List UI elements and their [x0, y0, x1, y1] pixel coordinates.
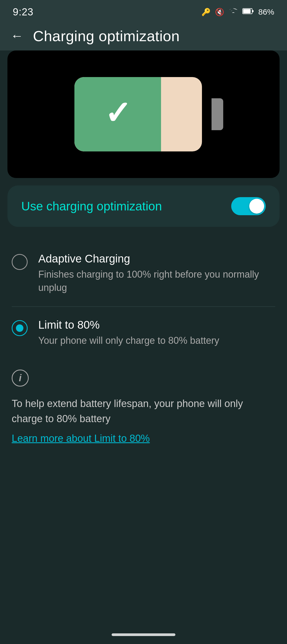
wifi-icon — [229, 6, 238, 18]
svg-rect-2 — [252, 10, 254, 12]
mute-icon: 🔇 — [215, 8, 224, 16]
adaptive-charging-option[interactable]: Adaptive Charging Finishes charging to 1… — [7, 241, 280, 306]
key-icon: 🔑 — [201, 8, 211, 16]
limit-80-option[interactable]: Limit to 80% Your phone will only charge… — [7, 307, 280, 359]
radio-selected-dot — [16, 324, 23, 332]
charging-optimization-toggle-card[interactable]: Use charging optimization — [7, 185, 280, 227]
info-section: i To help extend battery lifespan, your … — [7, 364, 280, 455]
battery-percent: 86% — [258, 7, 274, 16]
adaptive-charging-content: Adaptive Charging Finishes charging to 1… — [38, 252, 275, 295]
status-icons: 🔑 🔇 86% — [201, 6, 274, 18]
battery-icon — [242, 7, 254, 17]
main-content: ✓ Use charging optimization Adaptive Cha… — [0, 50, 287, 471]
info-icon: i — [12, 370, 29, 387]
status-time: 9:23 — [13, 6, 33, 18]
checkmark-icon: ✓ — [104, 97, 131, 129]
battery-body: ✓ — [74, 77, 202, 151]
battery-illustration-card: ✓ — [7, 50, 280, 178]
toggle-knob — [249, 199, 264, 214]
info-i-symbol: i — [19, 372, 22, 384]
limit-80-content: Limit to 80% Your phone will only charge… — [38, 319, 275, 347]
battery-terminal — [212, 98, 223, 130]
limit-80-description: Your phone will only charge to 80% batte… — [38, 334, 275, 347]
status-bar: 9:23 🔑 🔇 86% — [0, 0, 287, 21]
limit-80-title: Limit to 80% — [38, 319, 275, 331]
toggle-label: Use charging optimization — [21, 199, 162, 213]
back-button[interactable]: ← — [11, 29, 23, 42]
limit-80-radio[interactable] — [12, 320, 28, 336]
battery-illustration: ✓ — [74, 77, 213, 151]
adaptive-charging-radio[interactable] — [12, 254, 28, 270]
battery-fill: ✓ — [74, 77, 161, 151]
toolbar: ← Charging optimization — [0, 21, 287, 50]
learn-more-link[interactable]: Learn more about Limit to 80% — [12, 433, 150, 444]
home-indicator — [112, 633, 175, 636]
info-body-text: To help extend battery lifespan, your ph… — [12, 396, 275, 426]
charging-optimization-toggle[interactable] — [231, 197, 266, 215]
page-title: Charging optimization — [33, 27, 180, 45]
adaptive-charging-title: Adaptive Charging — [38, 252, 275, 265]
charging-mode-options: Adaptive Charging Finishes charging to 1… — [7, 241, 280, 359]
svg-rect-1 — [243, 9, 251, 13]
adaptive-charging-description: Finishes charging to 100% right before y… — [38, 268, 275, 295]
